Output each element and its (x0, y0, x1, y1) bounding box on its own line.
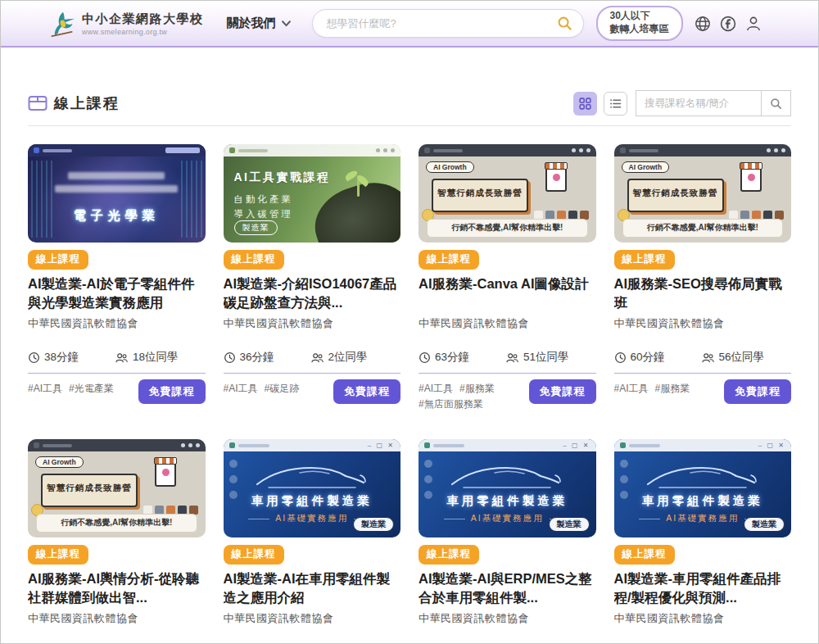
course-title[interactable]: AI製造業-車用零組件產品排程/製程優化與預測... (614, 569, 792, 607)
header-search-input[interactable] (327, 17, 557, 29)
course-thumbnail[interactable]: – ▢ ✕ 車用零組件製造業 AI基礎實務應用 製造業 (224, 439, 401, 537)
course-tag[interactable]: #無店面服務業 (419, 397, 483, 411)
thumb-ai-growth-bubble: AI Growth (35, 456, 84, 468)
course-tags: #AI工具 #光電產業 (28, 379, 132, 396)
course-card: 電子光學業 線上課程 AI製造業-AI於電子零組件件與光學製造業實務應用 中華民… (28, 144, 206, 411)
course-title[interactable]: AI製造業-介紹ISO14067產品碳足跡盤查方法與... (224, 274, 401, 312)
user-icon[interactable] (744, 15, 762, 33)
chevron-down-icon (282, 20, 291, 27)
course-thumbnail[interactable]: 電子光學業 (28, 144, 206, 243)
site-url: www.smelearning.org.tw (82, 28, 204, 36)
thumb-industry-tag: 製造業 (744, 517, 785, 532)
course-thumbnail[interactable]: AI Growth 智慧行銷成長致勝營 行銷不靠感覺,AI幫你精準出擊! (419, 144, 596, 243)
course-provider: 中華民國資訊軟體協會 (614, 316, 792, 331)
course-title[interactable]: AI服務業-AI輿情分析-從聆聽社群媒體到做出智... (28, 569, 206, 607)
course-tag[interactable]: #AI工具 (419, 382, 453, 396)
course-thumbnail[interactable]: AI Growth 智慧行銷成長致勝營 行銷不靠感覺,AI幫你精準出擊! (28, 439, 206, 537)
thumb-subtitle: 導入碳管理 (234, 208, 294, 220)
car-line-art (446, 460, 568, 493)
clock-icon (224, 351, 236, 364)
site-title: 中小企業網路大學校 (82, 11, 204, 27)
course-students: 51位同學 (505, 350, 569, 365)
bird-logo-icon (48, 8, 76, 39)
course-type-badge: 線上課程 (419, 250, 479, 270)
course-card: AI Growth 智慧行銷成長致勝營 行銷不靠感覺,AI幫你精準出擊! 線上課… (614, 144, 792, 411)
course-tags: #AI工具 #服務業 #無店面服務業 (419, 379, 523, 411)
course-thumbnail[interactable]: AI工具實戰課程 自動化產業 導入碳管理 製造業 (224, 144, 401, 243)
course-tags: #AI工具 #服務業 (614, 379, 718, 396)
thumb-ai-growth-bubble: AI Growth (426, 161, 474, 173)
dx-program-line1: 30人以下 (610, 10, 669, 23)
course-title[interactable]: AI服務業-SEO搜尋佈局實戰班 (614, 274, 792, 312)
car-line-art (251, 460, 373, 493)
course-card: AI Growth 智慧行銷成長致勝營 行銷不靠感覺,AI幫你精準出擊! 線上課… (419, 144, 596, 411)
thumb-ai-growth-bubble: AI Growth (622, 161, 670, 173)
course-search-bar (636, 90, 791, 116)
free-course-button[interactable]: 免費課程 (724, 379, 791, 404)
thumb-window-bar: – ▢ ✕ (419, 439, 596, 451)
list-view-button[interactable] (604, 92, 627, 116)
course-tag[interactable]: #AI工具 (614, 382, 649, 396)
course-title[interactable]: AI製造業-AI在車用零組件製造之應用介紹 (224, 569, 401, 607)
courses-window-icon (28, 95, 48, 111)
students-icon (310, 351, 324, 364)
list-view-icon (609, 98, 622, 110)
course-students: 2位同學 (310, 350, 368, 365)
course-tag[interactable]: #AI工具 (224, 382, 258, 396)
thumb-industry-tag: 製造業 (234, 220, 278, 235)
dx-program-line2: 數轉人培專區 (610, 23, 669, 36)
shop-graphic (740, 162, 762, 192)
thumb-industry-tag: 製造業 (353, 517, 394, 532)
thumb-slogan-banner: 行銷不靠感覺,AI幫你精準出擊! (427, 219, 588, 238)
course-search-input[interactable] (636, 91, 761, 116)
thumb-browser-bar (28, 439, 206, 451)
thumb-sign-title: 智慧行銷成長致勝營 (41, 474, 138, 507)
course-thumbnail[interactable]: AI Growth 智慧行銷成長致勝營 行銷不靠感覺,AI幫你精準出擊! (614, 144, 792, 243)
browser-page: 中小企業網路大學校 www.smelearning.org.tw 關於我們 30… (0, 0, 819, 644)
course-type-badge: 線上課程 (28, 545, 88, 565)
clock-icon (419, 351, 431, 364)
thumb-title: 電子光學業 (28, 208, 206, 224)
course-thumbnail[interactable]: – ▢ ✕ 車用零組件製造業 AI基礎實務應用 製造業 (614, 439, 792, 537)
search-icon[interactable] (557, 16, 572, 31)
course-tag[interactable]: #碳足跡 (265, 382, 300, 396)
thumb-title: 車用零組件製造業 (614, 493, 792, 509)
main-content: 線上課程 (1, 90, 818, 644)
free-course-button[interactable]: 免費課程 (529, 379, 596, 404)
site-header: 中小企業網路大學校 www.smelearning.org.tw 關於我們 30… (1, 1, 818, 48)
course-thumbnail[interactable]: – ▢ ✕ 車用零組件製造業 AI基礎實務應用 製造業 (419, 439, 596, 537)
thumb-industry-tag: 製造業 (549, 517, 590, 532)
thumb-title: 車用零組件製造業 (224, 493, 401, 509)
course-title[interactable]: AI服務業-Canva AI圖像設計 (419, 274, 596, 312)
course-title[interactable]: AI製造業-AI於電子零組件件與光學製造業實務應用 (28, 274, 206, 312)
course-search-button[interactable] (761, 91, 790, 116)
thumb-browser-bar (419, 144, 596, 156)
clock-icon (28, 351, 40, 364)
course-card: – ▢ ✕ 車用零組件製造業 AI基礎實務應用 製造業 線上課程 AI製造業-車… (614, 439, 792, 644)
free-course-button[interactable]: 免費課程 (138, 379, 206, 404)
thumb-slogan-banner: 行銷不靠感覺,AI幫你精準出擊! (36, 514, 197, 533)
dx-program-button[interactable]: 30人以下 數轉人培專區 (596, 6, 683, 40)
course-tag[interactable]: #光電產業 (69, 382, 114, 396)
free-course-button[interactable]: 免費課程 (333, 379, 400, 404)
course-tag[interactable]: #AI工具 (28, 382, 62, 396)
course-tags: #AI工具 #碳足跡 (224, 379, 328, 396)
course-tag[interactable]: #服務業 (655, 382, 690, 396)
course-tag[interactable]: #服務業 (459, 382, 495, 396)
facebook-icon[interactable] (719, 15, 737, 33)
course-provider: 中華民國資訊軟體協會 (614, 611, 792, 626)
nav-about-menu[interactable]: 關於我們 (227, 16, 291, 31)
grid-view-button[interactable] (573, 92, 597, 116)
course-students: 18位同學 (115, 350, 179, 365)
thumb-title: AI工具實戰課程 (234, 170, 331, 185)
course-card: – ▢ ✕ 車用零組件製造業 AI基礎實務應用 製造業 線上課程 AI製造業-A… (224, 439, 401, 644)
site-logo[interactable]: 中小企業網路大學校 www.smelearning.org.tw (48, 8, 204, 39)
globe-icon[interactable] (694, 15, 712, 33)
grid-view-icon (579, 98, 591, 110)
students-icon (115, 351, 129, 364)
thumb-sign-title: 智慧行銷成長致勝營 (627, 179, 724, 212)
course-duration: 36分鐘 (224, 350, 310, 365)
course-title[interactable]: AI製造業-AI與ERP/MES之整合於車用零組件製... (419, 569, 596, 607)
thumb-title: 車用零組件製造業 (419, 493, 596, 509)
header-search-bar[interactable] (312, 9, 584, 38)
